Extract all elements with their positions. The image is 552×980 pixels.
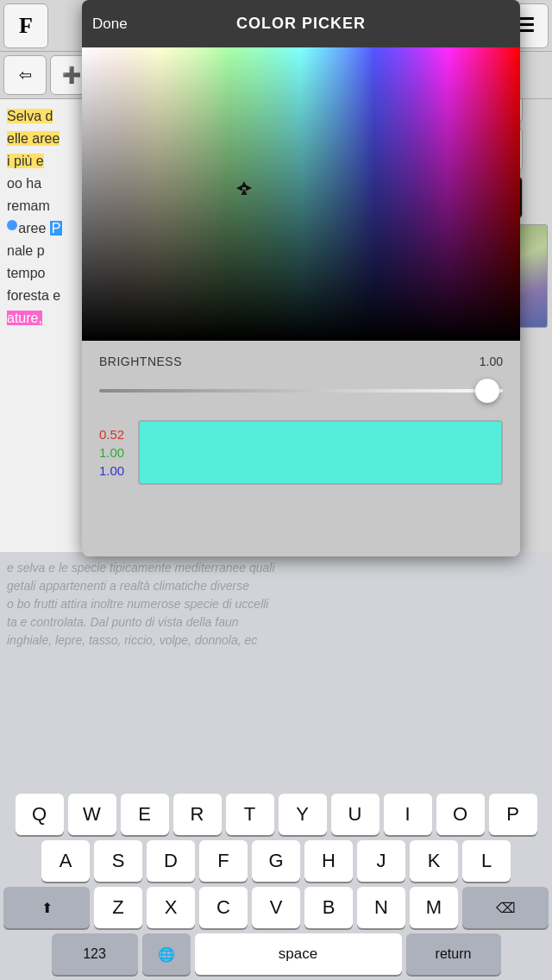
key-b[interactable]: B: [304, 887, 353, 928]
color-preview: [138, 420, 503, 485]
color-values-section: 0.52 1.00 1.00: [82, 413, 520, 499]
keyboard-area: e selva e le specie tipicamente mediterr…: [0, 552, 552, 980]
keyboard: Q W E R T Y U I O P A S D F G H J K L ⬆: [0, 788, 552, 980]
key-v[interactable]: V: [252, 887, 300, 928]
format-icon-1: ⇦: [19, 66, 32, 85]
key-d[interactable]: D: [147, 840, 195, 882]
key-c[interactable]: C: [199, 887, 248, 928]
rgb-green-value: 1.00: [99, 445, 124, 460]
brightness-label: BRIGHTNESS: [99, 355, 182, 368]
key-o[interactable]: O: [436, 794, 485, 835]
globe-key[interactable]: 🌐: [142, 933, 191, 975]
key-f[interactable]: F: [199, 840, 248, 882]
key-w[interactable]: W: [68, 794, 116, 835]
done-button[interactable]: Done: [92, 16, 128, 33]
key-l[interactable]: L: [462, 840, 511, 882]
modal-header: Done COLOR PICKER: [82, 0, 520, 47]
format-icon-2: ➕: [62, 66, 81, 85]
format-btn-1[interactable]: ⇦: [3, 55, 47, 95]
key-z[interactable]: Z: [94, 887, 142, 928]
key-y[interactable]: Y: [279, 794, 327, 835]
rgb-values: 0.52 1.00 1.00: [99, 427, 124, 478]
modal-title: COLOR PICKER: [236, 15, 366, 33]
key-s[interactable]: S: [94, 840, 142, 882]
brightness-value: 1.00: [480, 355, 503, 368]
key-k[interactable]: K: [410, 840, 458, 882]
brightness-section: BRIGHTNESS 1.00: [82, 341, 520, 413]
key-t[interactable]: T: [226, 794, 274, 835]
color-picker-modal: Done COLOR PICKER ▲ ▼ ▲ ▲ BRIGHTNESS 1.0…: [82, 0, 520, 556]
ghost-text-keyboard: e selva e le specie tipicamente mediterr…: [0, 552, 552, 656]
key-j[interactable]: J: [357, 840, 405, 882]
color-crosshair: ▲ ▼ ▲ ▲: [234, 178, 254, 198]
numbers-key[interactable]: 123: [52, 933, 138, 975]
delete-key[interactable]: ⌫: [462, 887, 549, 928]
key-q[interactable]: Q: [16, 794, 64, 835]
key-i[interactable]: I: [384, 794, 432, 835]
key-m[interactable]: M: [410, 887, 458, 928]
brightness-row: BRIGHTNESS 1.00: [99, 355, 503, 368]
delete-icon: ⌫: [496, 900, 516, 916]
key-g[interactable]: G: [252, 840, 300, 882]
return-key[interactable]: return: [406, 933, 501, 975]
key-x[interactable]: X: [147, 887, 195, 928]
font-button[interactable]: F: [3, 3, 48, 48]
kb-row-3: ⬆ Z X C V B N M ⌫: [3, 887, 549, 928]
rgb-blue-value: 1.00: [99, 463, 124, 478]
shift-icon: ⬆: [41, 900, 53, 916]
kb-row-2: A S D F G H J K L: [3, 840, 549, 882]
color-gradient-canvas[interactable]: ▲ ▼ ▲ ▲: [82, 47, 520, 341]
brightness-slider-track: [99, 389, 503, 393]
key-n[interactable]: N: [357, 887, 405, 928]
key-h[interactable]: H: [304, 840, 353, 882]
rgb-red-value: 0.52: [99, 427, 124, 442]
key-r[interactable]: R: [173, 794, 222, 835]
crosshair-down-arrow: ▼: [239, 186, 249, 198]
space-key[interactable]: space: [195, 933, 402, 975]
toolbar-left: F: [0, 3, 48, 48]
menu-icon: ☰: [518, 15, 535, 37]
crosshair-up-arrow: ▲: [239, 178, 249, 190]
globe-icon: 🌐: [158, 946, 175, 963]
brightness-slider-container[interactable]: [99, 375, 503, 406]
key-u[interactable]: U: [331, 794, 380, 835]
key-p[interactable]: P: [489, 794, 537, 835]
kb-row-1: Q W E R T Y U I O P: [3, 794, 549, 835]
key-a[interactable]: A: [41, 840, 90, 882]
shift-key[interactable]: ⬆: [3, 887, 90, 928]
crosshair-right-arrow: ▲: [243, 183, 255, 193]
brightness-slider-thumb[interactable]: [475, 379, 499, 403]
key-e[interactable]: E: [121, 794, 169, 835]
kb-row-4: 123 🌐 space return: [3, 933, 549, 975]
crosshair-left-arrow: ▲: [233, 183, 245, 193]
